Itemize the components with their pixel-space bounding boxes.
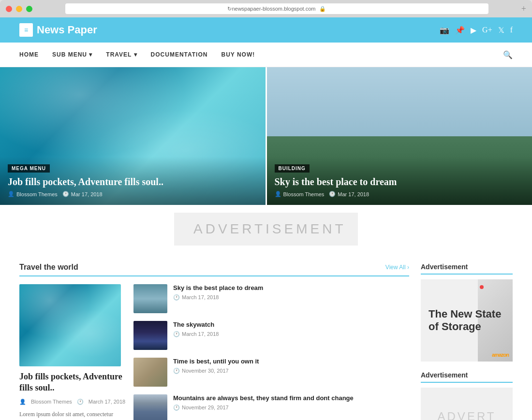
featured-post: Job fills pockets, Adventure fills soul.… xyxy=(19,284,126,420)
new-tab-button[interactable]: + xyxy=(521,4,526,13)
hero-right-overlay: BUILDING Sky is the best place to dream … xyxy=(267,157,532,205)
post-title-0[interactable]: Sky is the best place to dream xyxy=(173,284,409,292)
post-date-3: 🕐 November 29, 2017 xyxy=(173,405,409,411)
maximize-button[interactable] xyxy=(26,6,32,12)
sidebar-ad1-widget[interactable]: The New State of Storage amazon xyxy=(421,279,513,362)
instagram-icon[interactable]: 📷 xyxy=(440,26,449,35)
nav-item-buynow[interactable]: BUY NOW! xyxy=(221,43,255,67)
post-list: Sky is the best place to dream 🕐 March 1… xyxy=(133,284,409,420)
featured-author: Blossom Themes xyxy=(31,399,72,405)
facebook-icon[interactable]: f xyxy=(510,26,513,35)
hero-left-overlay: MEGA MENU Job fills pockets, Adventure f… xyxy=(0,157,266,205)
featured-meta: 👤 Blossom Themes 🕐 March 17, 2018 xyxy=(19,399,126,405)
nav-link-buynow[interactable]: BUY NOW! xyxy=(221,43,255,67)
post-thumb-hiker[interactable] xyxy=(133,394,167,420)
post-thumb-sky[interactable] xyxy=(133,284,167,313)
pinterest-icon[interactable]: 📌 xyxy=(455,26,465,35)
sidebar-section-ad2: Advertisement ADVERT xyxy=(421,371,513,420)
featured-title: Job fills pockets, Adventure fills soul.… xyxy=(19,371,126,394)
post-date-1: 🕐 March 17, 2018 xyxy=(173,331,409,337)
clock-icon-1: 🕐 xyxy=(173,331,180,337)
nav-item-travel[interactable]: TRAVEL ▾ xyxy=(106,43,137,67)
post-thumb-watch[interactable] xyxy=(133,358,167,387)
header-icons: 📷 📌 ▶ G+ 𝕏 f xyxy=(440,26,513,35)
sidebar-section-ad1: Advertisement The New State of Storage a… xyxy=(421,263,513,362)
nav-links: HOME SUB MENU ▾ TRAVEL ▾ DOCUMENTATION B… xyxy=(19,43,255,67)
red-dot-decoration xyxy=(480,285,484,289)
content-area: Travel the world View All › Job fills po… xyxy=(0,253,532,420)
post-title-3[interactable]: Mountains are always best, they stand fi… xyxy=(173,394,409,403)
site-name: News Paper xyxy=(37,24,97,36)
url-text: newspapaer-blossom.blogspot.com xyxy=(232,6,315,12)
hero-right-title: Sky is the best place to dream xyxy=(275,175,525,188)
sidebar-ad2-widget[interactable]: ADVERT xyxy=(421,388,513,420)
minimize-button[interactable] xyxy=(16,6,22,12)
featured-excerpt: Lorem ipsum dolor sit amet, consectetur … xyxy=(19,410,126,420)
lock-icon: 🔒 xyxy=(319,6,326,12)
list-item: Sky is the best place to dream 🕐 March 1… xyxy=(133,284,409,313)
main-content: Travel the world View All › Job fills po… xyxy=(19,263,409,420)
author-icon: 👤 xyxy=(8,191,15,197)
ad-banner-wrapper: ADVERTISEMENT xyxy=(0,205,532,253)
hero-card-right[interactable]: BUILDING Sky is the best place to dream … xyxy=(266,67,532,205)
post-date-2: 🕐 November 30, 2017 xyxy=(173,368,409,374)
youtube-icon[interactable]: ▶ xyxy=(471,26,476,35)
hero-left-category: MEGA MENU xyxy=(8,164,50,173)
list-item: Mountains are always best, they stand fi… xyxy=(133,394,409,420)
nav-item-home[interactable]: HOME xyxy=(19,43,39,67)
address-bar[interactable]: ↻ newspapaer-blossom.blogspot.com 🔒 xyxy=(65,3,488,14)
sidebar-ad1-title: Advertisement xyxy=(421,263,513,275)
nav-link-travel[interactable]: TRAVEL ▾ xyxy=(106,43,137,67)
section-header: Travel the world View All › xyxy=(19,263,409,276)
hero-left-author: 👤 Blossom Themes xyxy=(8,191,58,197)
post-title-1[interactable]: The skywatch xyxy=(173,321,409,329)
clock-icon-2: 🕐 xyxy=(173,368,180,374)
site-navigation: HOME SUB MENU ▾ TRAVEL ▾ DOCUMENTATION B… xyxy=(0,43,532,67)
post-thumb-night[interactable] xyxy=(133,321,167,350)
browser-window: ↻ newspapaer-blossom.blogspot.com 🔒 + ≡ … xyxy=(0,0,532,420)
post-info-0: Sky is the best place to dream 🕐 March 1… xyxy=(173,284,409,301)
post-date-0: 🕐 March 17, 2018 xyxy=(173,294,409,301)
browser-titlebar: ↻ newspapaer-blossom.blogspot.com 🔒 + xyxy=(0,0,532,17)
featured-date: March 17, 2018 xyxy=(89,399,125,405)
site-logo[interactable]: ≡ News Paper xyxy=(19,23,97,37)
clock-icon: 🕐 xyxy=(62,191,69,197)
nav-item-submenu[interactable]: SUB MENU ▾ xyxy=(52,43,92,67)
hero-left-title: Job fills pockets, Adventure fills soul.… xyxy=(8,175,258,188)
nav-link-home[interactable]: HOME xyxy=(19,43,39,67)
post-info-1: The skywatch 🕐 March 17, 2018 xyxy=(173,321,409,337)
site-header: ≡ News Paper 📷 📌 ▶ G+ 𝕏 f xyxy=(0,17,532,43)
logo-icon: ≡ xyxy=(19,23,33,37)
hero-right-date: 🕐 Mar 17, 2018 xyxy=(329,191,369,197)
hero-card-left[interactable]: MEGA MENU Job fills pockets, Adventure f… xyxy=(0,67,266,205)
featured-image[interactable] xyxy=(19,284,121,366)
nav-link-submenu[interactable]: SUB MENU ▾ xyxy=(52,43,92,67)
twitter-icon[interactable]: 𝕏 xyxy=(498,26,504,35)
view-all-link[interactable]: View All › xyxy=(385,264,409,271)
featured-author-icon: 👤 xyxy=(19,399,26,405)
post-title-2[interactable]: Time is best, until you own it xyxy=(173,358,409,366)
featured-clock-icon: 🕐 xyxy=(77,399,84,405)
close-button[interactable] xyxy=(6,6,12,12)
author-icon-right: 👤 xyxy=(275,191,281,197)
site-wrapper: ≡ News Paper 📷 📌 ▶ G+ 𝕏 f HOME SUB MENU … xyxy=(0,17,532,420)
post-info-2: Time is best, until you own it 🕐 Novembe… xyxy=(173,358,409,374)
nav-item-documentation[interactable]: DOCUMENTATION xyxy=(151,43,208,67)
list-item: The skywatch 🕐 March 17, 2018 xyxy=(133,321,409,350)
hero-right-meta: 👤 Blossom Themes 🕐 Mar 17, 2018 xyxy=(275,191,525,197)
section-title: Travel the world xyxy=(19,263,78,272)
googleplus-icon[interactable]: G+ xyxy=(482,26,492,35)
hero-left-date: 🕐 Mar 17, 2018 xyxy=(62,191,103,197)
sidebar-ad2-text: ADVERT xyxy=(438,410,496,420)
travel-section: Job fills pockets, Adventure fills soul.… xyxy=(19,284,409,420)
nav-link-documentation[interactable]: DOCUMENTATION xyxy=(151,43,208,67)
hero-section: MEGA MENU Job fills pockets, Adventure f… xyxy=(0,67,532,205)
sidebar: Advertisement The New State of Storage a… xyxy=(421,263,513,420)
search-icon[interactable]: 🔍 xyxy=(503,50,513,59)
clock-icon-right: 🕐 xyxy=(329,191,336,197)
list-item: Time is best, until you own it 🕐 Novembe… xyxy=(133,358,409,387)
hero-right-category: BUILDING xyxy=(275,164,310,173)
reload-icon: ↻ xyxy=(227,6,232,12)
hero-left-meta: 👤 Blossom Themes 🕐 Mar 17, 2018 xyxy=(8,191,258,197)
sidebar-ad2-title: Advertisement xyxy=(421,371,513,383)
